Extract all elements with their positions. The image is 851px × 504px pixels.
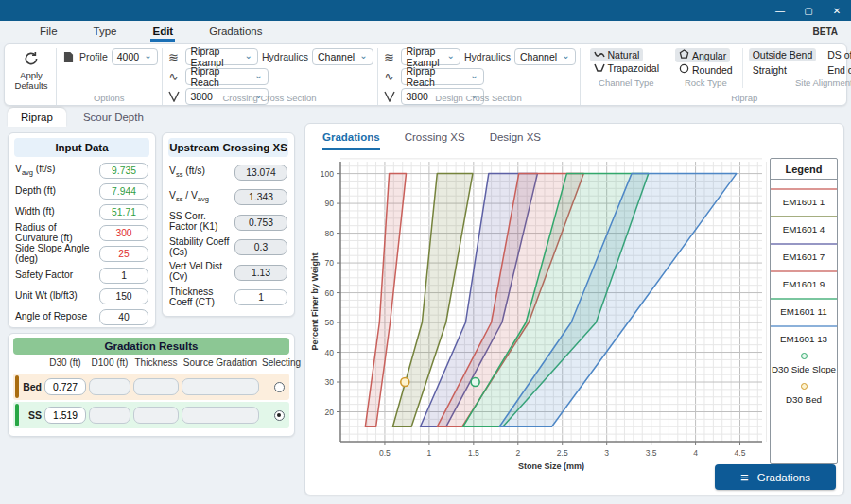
tab-gradations[interactable]: Gradations <box>322 131 380 150</box>
svg-text:30: 30 <box>325 377 335 387</box>
angle-of-repose-input[interactable] <box>99 309 148 325</box>
gradation-results-panel: Gradation Results D30 (ft) D100 (ft) Thi… <box>8 333 295 437</box>
hydraulics-label: Hydraulics <box>262 51 308 62</box>
vavg-input[interactable] <box>99 163 148 179</box>
rock-type-angular[interactable]: Angular <box>675 48 730 62</box>
width-input[interactable] <box>99 204 148 220</box>
menu-bar: File Type Edit Gradations BETA <box>0 21 851 42</box>
chart-tabs: Gradations Crossing XS Design XS <box>305 124 843 150</box>
channel-type-natural[interactable]: Natural <box>590 48 644 61</box>
bed-d100-field <box>89 378 130 395</box>
tab-riprap[interactable]: Riprap <box>8 108 66 127</box>
group-design-xs: ≋ Riprap Exampl Hydraulics Channel ∿ Rip… <box>377 48 580 105</box>
svg-text:Percent Finer by Weight: Percent Finer by Weight <box>310 253 320 351</box>
legend-marker-sample <box>771 350 837 357</box>
ss-d30-field[interactable] <box>44 407 86 424</box>
menu-gradations[interactable]: Gradations <box>207 23 264 40</box>
svg-text:1: 1 <box>427 448 432 458</box>
tab-crossing-xs[interactable]: Crossing XS <box>405 131 465 150</box>
site-straight[interactable]: Straight <box>749 63 817 77</box>
minimize-icon[interactable]: — <box>766 0 794 21</box>
legend-line-sample <box>771 298 837 300</box>
tab-scour-depth[interactable]: Scour Depth <box>70 108 157 127</box>
svg-text:0.5: 0.5 <box>379 448 391 458</box>
field-row: Side Slope Angle (deg) <box>9 244 155 265</box>
radius-of-curvature-input[interactable] <box>99 225 148 241</box>
bed-d30-field[interactable] <box>44 378 86 395</box>
bed-selecting-radio[interactable] <box>274 382 285 392</box>
group-options: Profile 4000 Options <box>56 48 162 105</box>
wave-icon: ∿ <box>166 70 182 83</box>
field-row: Unit Wt (lb/ft3) <box>9 286 155 306</box>
unit-wt-input[interactable] <box>99 288 148 304</box>
crossing-hydraulics-dropdown[interactable]: Channel <box>312 48 373 65</box>
group-label-options: Options <box>57 93 162 103</box>
rock-type-rounded[interactable]: Rounded <box>675 62 737 77</box>
svg-text:4: 4 <box>693 448 698 458</box>
ss-selecting-radio[interactable] <box>274 410 285 421</box>
ribbon: Apply Defaults Profile 4000 Options ≋ Ri… <box>4 43 847 106</box>
gradation-row-ss: SS <box>13 402 289 428</box>
site-outside-bend[interactable]: Outside Bend <box>749 48 817 61</box>
ss-d100-field <box>89 407 130 424</box>
vss-ratio-field <box>234 189 287 205</box>
waves-icon: ≋ <box>166 50 182 64</box>
site-end-of-dike[interactable]: End of Dike <box>824 63 851 77</box>
profile-label: Profile <box>79 51 108 62</box>
close-icon[interactable]: ✕ <box>823 0 851 21</box>
design-hydraulics-dropdown[interactable]: Channel <box>514 48 576 65</box>
safety-factor-input[interactable] <box>99 268 148 284</box>
subgroup-channel-type: Natural Trapazoidal Channel Type <box>584 48 669 88</box>
svg-text:1.5: 1.5 <box>468 448 479 458</box>
menu-edit[interactable]: Edit <box>150 23 175 40</box>
field-row: Width (ft) <box>9 201 155 222</box>
legend-line-sample <box>771 216 837 217</box>
subgroup-rock-type: Angular Rounded Rock Type <box>669 48 742 88</box>
legend-title: Legend <box>771 159 837 180</box>
upstream-crossing-panel: Upstream Crossing XS Vss (ft/s) Vss / Va… <box>162 132 295 317</box>
svg-text:4.5: 4.5 <box>735 448 746 458</box>
side-slope-angle-input[interactable] <box>99 246 148 262</box>
legend-item-label: D30 Bed <box>771 394 837 405</box>
design-gradation-dropdown[interactable]: Riprap Exampl <box>401 48 460 65</box>
svg-text:60: 60 <box>325 288 335 298</box>
legend-item-label: EM1601 13 <box>771 334 837 344</box>
subgroup-site-alignment: Outside Bend DS of Concrete Straight End… <box>742 48 851 88</box>
maximize-icon[interactable]: ▢ <box>794 0 823 21</box>
group-label-crossing: Crossing Cross Section <box>163 93 377 103</box>
site-ds-of-concrete[interactable]: DS of Concrete <box>824 48 851 61</box>
legend-marker-sample <box>771 380 837 388</box>
apply-defaults-button[interactable]: Apply Defaults <box>10 48 52 92</box>
hamburger-icon: ≡ <box>740 470 749 484</box>
svg-text:90: 90 <box>325 199 335 208</box>
thickness-coeff-input[interactable] <box>234 289 287 305</box>
field-row: Angle of Repose <box>9 306 155 327</box>
tab-design-xs[interactable]: Design XS <box>490 131 541 150</box>
channel-type-trapazoidal[interactable]: Trapazoidal <box>590 61 663 75</box>
field-row: Thickness Coeff (CT) <box>163 286 294 311</box>
svg-text:100: 100 <box>321 169 334 179</box>
legend-item-label: EM1601 9 <box>771 279 837 289</box>
profile-dropdown[interactable]: 4000 <box>112 48 158 65</box>
field-row: Vss / Vavg <box>163 185 294 211</box>
main-tabs: Riprap Scour Depth <box>8 108 157 127</box>
hydraulics-label: Hydraulics <box>464 51 511 62</box>
gradations-button[interactable]: ≡ Gradations <box>715 464 836 490</box>
svg-text:20: 20 <box>325 408 335 417</box>
trapezoid-channel-icon <box>594 62 605 74</box>
depth-input[interactable] <box>99 183 148 200</box>
menu-type[interactable]: Type <box>92 23 119 40</box>
menu-file[interactable]: File <box>38 23 60 40</box>
input-data-panel: Input Data Vavg (ft/s) Depth (ft) Width … <box>8 132 156 328</box>
group-crossing-xs: ≋ Riprap Exampl Hydraulics Channel ∿ Rip… <box>162 48 377 105</box>
svg-text:2: 2 <box>515 448 520 458</box>
design-reach-dropdown[interactable]: Riprap Reach <box>401 68 484 85</box>
waves-icon: ≋ <box>382 50 397 64</box>
field-row: Depth (ft) <box>9 181 155 201</box>
legend-item-label: D30 Side Slope <box>771 364 837 374</box>
panel-title: Gradation Results <box>13 338 289 355</box>
crossing-gradation-dropdown[interactable]: Riprap Exampl <box>185 48 258 65</box>
ss-thickness-field <box>133 407 179 424</box>
crossing-reach-dropdown[interactable]: Riprap Reach <box>185 68 269 85</box>
svg-text:Stone Size (mm): Stone Size (mm) <box>518 461 584 471</box>
